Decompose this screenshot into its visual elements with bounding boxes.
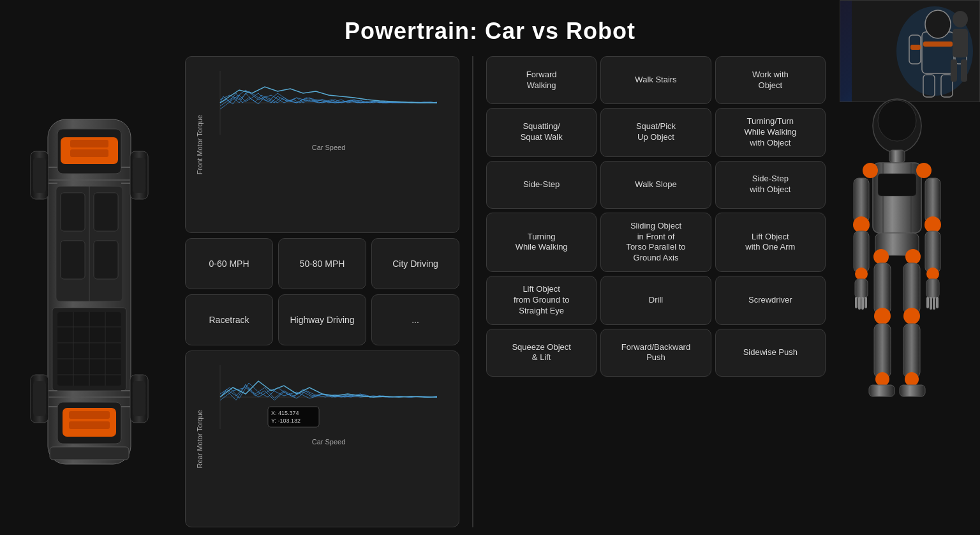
svg-rect-87: [926, 279, 939, 298]
svg-point-84: [924, 216, 941, 233]
svg-rect-90: [933, 297, 935, 310]
svg-rect-99: [869, 385, 895, 396]
robot-row-5: Lift Objectfrom Ground toStraight Eye Dr…: [486, 276, 826, 325]
btn-sidewise-push[interactable]: Sidewise Push: [715, 329, 826, 377]
car-button-row-1: 0-60 MPH 50-80 MPH City Driving: [185, 238, 459, 289]
svg-rect-9: [910, 45, 921, 50]
btn-squeeze-lift[interactable]: Squeeze Object& Lift: [486, 329, 597, 377]
front-motor-x-label: Car Speed: [312, 144, 346, 151]
svg-rect-88: [926, 297, 929, 308]
rear-motor-chart: Rear Motor Torque X: [185, 350, 459, 527]
btn-side-step[interactable]: Side-Step: [486, 161, 597, 209]
svg-rect-40: [69, 421, 110, 429]
front-motor-chart-content: Car Speed: [209, 64, 449, 151]
svg-point-94: [905, 249, 921, 264]
svg-rect-43: [33, 158, 46, 193]
rear-motor-x-label: Car Speed: [312, 438, 346, 446]
svg-rect-74: [854, 178, 869, 223]
svg-text:Y: -103.132: Y: -103.132: [271, 418, 301, 424]
svg-rect-97: [874, 324, 891, 378]
robot-figure: [833, 56, 961, 527]
btn-highway-driving[interactable]: Highway Driving: [278, 294, 366, 345]
front-motor-chart: Front Motor Torque Ca: [185, 56, 459, 233]
btn-walk-stairs[interactable]: Walk Stairs: [600, 56, 711, 104]
btn-lift-ground[interactable]: Lift Objectfrom Ground toStraight Eye: [486, 276, 597, 325]
front-motor-y-label: Front Motor Torque: [196, 115, 204, 174]
svg-point-77: [855, 268, 868, 280]
btn-more[interactable]: ...: [371, 294, 459, 345]
main-content: Front Motor Torque Ca: [0, 56, 980, 527]
btn-lift-one-arm[interactable]: Lift Objectwith One Arm: [715, 213, 826, 273]
btn-0-60[interactable]: 0-60 MPH: [185, 238, 273, 289]
svg-rect-89: [930, 297, 932, 310]
rear-motor-svg: X: 415.374 Y: -103.132: [209, 359, 449, 435]
svg-rect-81: [861, 297, 864, 310]
robot-row-1: ForwardWalking Walk Stairs Work withObje…: [486, 56, 826, 104]
svg-rect-8: [923, 41, 953, 47]
svg-point-66: [878, 100, 916, 141]
svg-rect-100: [903, 263, 920, 314]
btn-side-step-object[interactable]: Side-Stepwith Object: [715, 161, 826, 209]
section-divider: [472, 56, 473, 527]
front-motor-svg: [209, 64, 449, 141]
svg-rect-79: [855, 297, 858, 308]
svg-point-73: [916, 163, 932, 178]
svg-point-72: [863, 163, 878, 178]
svg-point-86: [926, 268, 939, 280]
btn-turning-walking[interactable]: TurningWhile Walking: [486, 213, 597, 273]
robot-row-4: TurningWhile Walking Sliding Objectin Fr…: [486, 213, 826, 273]
btn-squat-pick[interactable]: Squat/PickUp Object: [600, 108, 711, 157]
page-title: Powertrain: Car vs Robot: [0, 0, 980, 56]
svg-rect-24: [94, 193, 118, 231]
btn-drill[interactable]: Drill: [600, 276, 711, 325]
svg-rect-25: [61, 241, 85, 279]
svg-rect-45: [133, 158, 145, 193]
rear-motor-chart-content: X: 415.374 Y: -103.132 Car Speed: [209, 359, 449, 446]
robot-button-grid: ForwardWalking Walk Stairs Work withObje…: [486, 56, 826, 527]
robot-row-3: Side-Step Walk Slope Side-Stepwith Objec…: [486, 161, 826, 209]
svg-rect-102: [903, 324, 920, 378]
svg-rect-78: [855, 279, 868, 298]
robot-row-6: Squeeze Object& Lift Forward/BackwardPus…: [486, 329, 826, 377]
svg-rect-14: [961, 59, 967, 82]
svg-rect-82: [865, 297, 867, 308]
svg-point-93: [873, 249, 889, 264]
btn-screwdriver[interactable]: Screwdriver: [715, 276, 826, 325]
btn-walk-slope[interactable]: Walk Slope: [600, 161, 711, 209]
svg-rect-80: [858, 297, 861, 310]
car-image-section: [19, 56, 172, 527]
svg-point-11: [953, 11, 968, 27]
robot-figure-svg: [840, 94, 954, 490]
svg-rect-67: [889, 150, 905, 163]
car-image: [26, 94, 166, 490]
car-button-row-2: Racetrack Highway Driving ...: [185, 294, 459, 345]
svg-rect-41: [50, 447, 129, 460]
svg-rect-39: [69, 411, 110, 419]
btn-50-80[interactable]: 50-80 MPH: [278, 238, 366, 289]
svg-rect-68: [873, 163, 921, 233]
btn-racetrack[interactable]: Racetrack: [185, 294, 273, 345]
btn-forward-walking[interactable]: ForwardWalking: [486, 56, 597, 104]
btn-work-with-object[interactable]: Work withObject: [715, 56, 826, 104]
btn-squatting[interactable]: Squatting/Squat Walk: [486, 108, 597, 157]
btn-sliding-object[interactable]: Sliding Objectin Front ofTorso Parallel …: [600, 213, 711, 273]
svg-rect-104: [900, 385, 925, 396]
center-section: Front Motor Torque Ca: [185, 56, 459, 527]
svg-rect-47: [33, 381, 46, 416]
svg-point-101: [903, 308, 920, 324]
svg-rect-71: [878, 174, 916, 196]
svg-rect-26: [94, 241, 118, 279]
svg-rect-91: [936, 297, 939, 308]
svg-rect-49: [133, 381, 145, 416]
svg-point-98: [875, 372, 889, 386]
svg-rect-95: [874, 263, 891, 314]
rear-motor-y-label: Rear Motor Torque: [196, 410, 204, 469]
btn-city-driving[interactable]: City Driving: [371, 238, 459, 289]
svg-point-75: [853, 216, 870, 233]
svg-text:X: 415.374: X: 415.374: [271, 410, 299, 416]
btn-forward-backward-push[interactable]: Forward/BackwardPush: [600, 329, 711, 377]
svg-rect-19: [70, 149, 108, 157]
robot-row-2: Squatting/Squat Walk Squat/PickUp Object…: [486, 108, 826, 157]
btn-turning-object[interactable]: Turning/TurnWhile Walkingwith Object: [715, 108, 826, 157]
svg-point-96: [874, 308, 891, 324]
